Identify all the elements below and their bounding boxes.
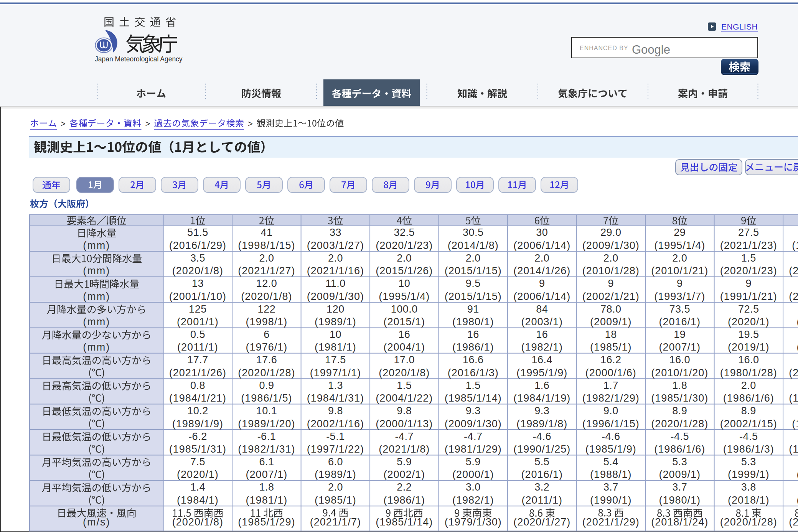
svg-text:(1980/1): (1980/1) xyxy=(452,316,494,328)
svg-text:6.0: 6.0 xyxy=(328,456,343,468)
svg-text:(1985/1/14): (1985/1/14) xyxy=(445,392,502,404)
svg-text:1.5: 1.5 xyxy=(741,252,756,264)
svg-text:(2006/1/14): (2006/1/14) xyxy=(513,291,570,302)
svg-text:(1988/1): (1988/1) xyxy=(590,469,632,480)
svg-text:0.8: 0.8 xyxy=(190,380,205,391)
svg-text:41: 41 xyxy=(261,227,272,238)
svg-text:>: > xyxy=(145,119,150,128)
svg-text:(2021/1/16): (2021/1/16) xyxy=(307,265,364,277)
svg-text:(2002/1): (2002/1) xyxy=(384,469,425,480)
svg-text:73.5: 73.5 xyxy=(669,303,691,315)
svg-text:ENHANCED BY: ENHANCED BY xyxy=(580,45,628,51)
svg-text:(2019/1): (2019/1) xyxy=(728,341,770,353)
svg-text:11.0: 11.0 xyxy=(325,278,346,289)
svg-text:(1986/1): (1986/1) xyxy=(384,494,425,506)
svg-text:5.9: 5.9 xyxy=(466,456,481,468)
svg-text:(1985/1/9): (1985/1/9) xyxy=(585,443,636,455)
svg-text:(2021/1): (2021/1) xyxy=(797,316,798,328)
svg-text:1.3: 1.3 xyxy=(328,380,343,391)
svg-text:2.0: 2.0 xyxy=(672,252,687,264)
svg-text:(1985/1/29): (1985/1/29) xyxy=(238,516,295,528)
svg-text:(2004/1/22): (2004/1/22) xyxy=(376,392,433,404)
svg-text:78.0: 78.0 xyxy=(600,303,622,315)
svg-text:(1984/1/20): (1984/1/20) xyxy=(789,443,798,455)
svg-text:(1986/1): (1986/1) xyxy=(797,494,798,506)
svg-text:16.6: 16.6 xyxy=(463,354,484,366)
svg-text:16.2: 16.2 xyxy=(600,354,622,366)
svg-text:(2020/1): (2020/1) xyxy=(728,316,770,328)
svg-text:(2021/1/29): (2021/1/29) xyxy=(582,516,640,528)
svg-text:(2021/1/7): (2021/1/7) xyxy=(310,516,361,528)
svg-text:(2015/1/15): (2015/1/15) xyxy=(445,291,502,302)
svg-text:(1998/1): (1998/1) xyxy=(246,316,288,328)
svg-text:ENGLISH: ENGLISH xyxy=(721,22,758,31)
svg-text:10.2: 10.2 xyxy=(187,405,208,417)
svg-text:(1976/1): (1976/1) xyxy=(246,341,288,353)
svg-text:9: 9 xyxy=(677,278,683,289)
svg-text:16.0: 16.0 xyxy=(669,354,691,366)
svg-text:5.3: 5.3 xyxy=(741,456,756,468)
svg-text:(1981/1): (1981/1) xyxy=(246,494,288,506)
svg-text:17.7: 17.7 xyxy=(187,354,208,366)
svg-text:(2011/1): (2011/1) xyxy=(177,341,218,353)
svg-text:(2006/1/14): (2006/1/14) xyxy=(513,240,570,251)
svg-text:(1981/1/29): (1981/1/29) xyxy=(445,443,502,455)
svg-text:-4.6: -4.6 xyxy=(602,431,620,442)
svg-text:1.6: 1.6 xyxy=(534,380,549,391)
svg-text:(1985/1/31): (1985/1/31) xyxy=(169,443,226,455)
svg-text:(1998/1/15): (1998/1/15) xyxy=(238,240,295,251)
svg-text:(2007/1): (2007/1) xyxy=(659,341,701,353)
svg-text:0.9: 0.9 xyxy=(259,380,274,391)
svg-text:8.9: 8.9 xyxy=(672,405,687,417)
svg-text:9: 9 xyxy=(746,278,752,289)
svg-text:(2011/1): (2011/1) xyxy=(522,494,563,506)
svg-text:1.8: 1.8 xyxy=(259,481,274,493)
svg-text:(2009/1/30): (2009/1/30) xyxy=(307,291,364,302)
svg-text:(1989/1/20): (1989/1/20) xyxy=(238,418,295,430)
svg-text:1.4: 1.4 xyxy=(190,481,205,493)
svg-text:29: 29 xyxy=(674,227,686,238)
svg-text:-6.1: -6.1 xyxy=(257,431,276,442)
svg-text:(2021/1/26): (2021/1/26) xyxy=(169,367,226,379)
svg-text:-4.5: -4.5 xyxy=(671,431,689,442)
svg-text:(2020/1/8): (2020/1/8) xyxy=(241,291,292,302)
svg-text:(2004/1): (2004/1) xyxy=(384,341,425,353)
svg-text:(mm): (mm) xyxy=(83,265,110,277)
svg-text:9: 9 xyxy=(608,278,614,289)
svg-text:Google: Google xyxy=(632,43,670,56)
svg-text:(2009/1): (2009/1) xyxy=(590,316,632,328)
svg-text:(2019/1/31): (2019/1/31) xyxy=(789,265,798,277)
svg-text:-4.7: -4.7 xyxy=(395,431,414,442)
svg-text:-4.6: -4.6 xyxy=(533,431,552,442)
svg-text:51.5: 51.5 xyxy=(187,227,208,238)
svg-text:(1985/1/14): (1985/1/14) xyxy=(376,516,433,528)
svg-text:(2001/1): (2001/1) xyxy=(177,316,219,328)
svg-text:(2018/1): (2018/1) xyxy=(728,494,770,506)
svg-text:30.5: 30.5 xyxy=(463,227,484,238)
svg-text:(2002/1/15): (2002/1/15) xyxy=(720,418,777,430)
svg-text:(1985/1): (1985/1) xyxy=(590,341,632,353)
svg-text:Japan Meteorological Agency: Japan Meteorological Agency xyxy=(95,55,183,63)
svg-text:(1980/1): (1980/1) xyxy=(659,494,701,506)
svg-text:3.2: 3.2 xyxy=(534,481,549,493)
svg-text:(2000/1): (2000/1) xyxy=(452,469,494,480)
svg-text:2.0: 2.0 xyxy=(328,252,343,264)
svg-text:2.0: 2.0 xyxy=(534,252,549,264)
svg-text:(1986/1): (1986/1) xyxy=(452,341,494,353)
svg-text:9.3: 9.3 xyxy=(534,405,549,417)
svg-text:2.0: 2.0 xyxy=(741,380,756,391)
svg-text:(2021/1/23): (2021/1/23) xyxy=(720,240,777,251)
svg-text:(1985/1/30): (1985/1/30) xyxy=(651,392,708,404)
svg-text:(2002/1/21): (2002/1/21) xyxy=(582,291,640,302)
svg-text:(1986/1/6): (1986/1/6) xyxy=(654,443,705,455)
svg-text:(2007/1): (2007/1) xyxy=(246,469,288,480)
svg-text:(2020/1/23): (2020/1/23) xyxy=(720,265,777,277)
svg-text:(2015/1/26): (2015/1/26) xyxy=(376,265,433,277)
svg-text:(1984/1/21): (1984/1/21) xyxy=(169,392,226,404)
svg-text:0.5: 0.5 xyxy=(190,329,205,340)
svg-text:(1981/1): (1981/1) xyxy=(315,341,356,353)
svg-text:(mm): (mm) xyxy=(83,240,110,251)
svg-text:10: 10 xyxy=(330,329,341,340)
svg-text:17.0: 17.0 xyxy=(394,354,415,366)
svg-text:9.8: 9.8 xyxy=(397,405,412,417)
